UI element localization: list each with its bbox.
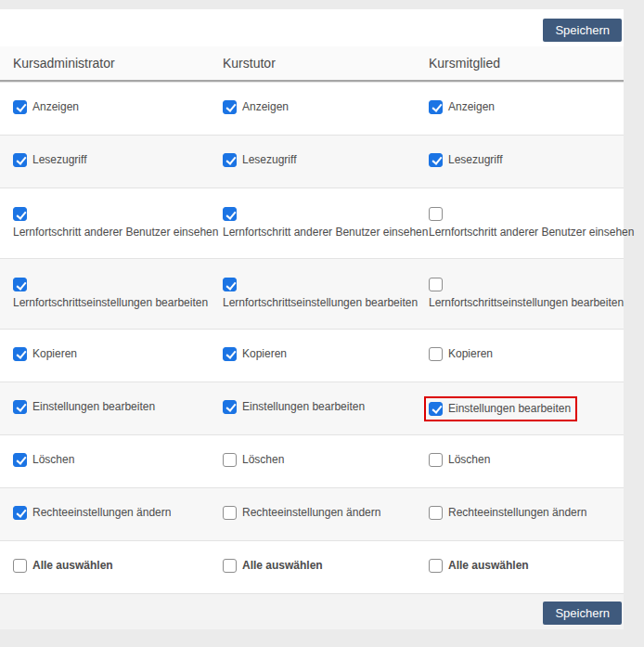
permission-checkbox[interactable] <box>223 153 237 167</box>
permission-label: Rechteeinstellungen ändern <box>448 506 586 520</box>
permission-cell: Löschen <box>0 453 210 471</box>
permission-cell: Kopieren <box>0 347 210 365</box>
select-all-checkbox[interactable] <box>13 559 27 573</box>
bottom-toolbar: Speichern <box>0 593 624 629</box>
permission-cell: Anzeigen <box>0 100 210 118</box>
permission-cell: Lernfortschritt anderer Benutzer einsehe… <box>210 207 416 239</box>
permission-checkbox[interactable] <box>429 100 443 114</box>
permission-cell: Einstellungen bearbeiten <box>210 400 416 418</box>
permission-label: Löschen <box>448 453 490 467</box>
select-all-checkbox[interactable] <box>223 559 237 573</box>
permission-cell: Lesezugriff <box>416 153 624 171</box>
permission-label: Rechteeinstellungen ändern <box>242 506 380 520</box>
table-row-lernfortschrittseinstellungen: Lernfortschrittseinstellungen bearbeiten… <box>0 258 624 329</box>
select-all-label: Alle auswählen <box>448 559 529 573</box>
permission-checkbox[interactable] <box>13 153 27 167</box>
permission-cell: Einstellungen bearbeiten <box>0 400 210 418</box>
permission-cell: Löschen <box>210 453 416 471</box>
permission-cell: Lernfortschritt anderer Benutzer einsehe… <box>0 207 210 239</box>
permission-label: Löschen <box>242 453 284 467</box>
permission-cell: Anzeigen <box>416 100 624 118</box>
permission-label: Lernfortschrittseinstellungen bearbeiten <box>223 296 418 310</box>
permission-cell: Lernfortschrittseinstellungen bearbeiten <box>210 278 416 310</box>
permission-cell: Rechteeinstellungen ändern <box>0 506 210 524</box>
permission-cell: Kopieren <box>210 347 416 365</box>
table-header-row: Kursadministrator Kurstutor Kursmitglied <box>0 46 624 82</box>
table-row-loeschen: Löschen Löschen Löschen <box>0 434 624 487</box>
permission-cell: Einstellungen bearbeiten <box>416 396 624 421</box>
save-button-bottom[interactable]: Speichern <box>543 602 622 625</box>
table-row-alle-auswaehlen: Alle auswählen Alle auswählen Alle auswä… <box>0 540 624 593</box>
permission-checkbox[interactable] <box>13 207 27 221</box>
permission-label: Kopieren <box>448 347 493 361</box>
permission-checkbox[interactable] <box>429 278 443 291</box>
select-all-cell: Alle auswählen <box>0 559 210 576</box>
table-row-kopieren: Kopieren Kopieren Kopieren <box>0 329 624 382</box>
permission-checkbox[interactable] <box>13 347 27 361</box>
table-row-einstellungen-bearbeiten: Einstellungen bearbeiten Einstellungen b… <box>0 382 624 434</box>
permission-checkbox[interactable] <box>429 453 443 467</box>
permission-label: Lesezugriff <box>242 153 296 167</box>
permission-checkbox[interactable] <box>223 506 237 520</box>
permission-label: Lesezugriff <box>448 153 502 167</box>
permission-cell: Lesezugriff <box>210 153 416 171</box>
permission-label: Lernfortschritt anderer Benutzer einsehe… <box>223 226 428 239</box>
column-header-kursmitglied: Kursmitglied <box>416 56 624 71</box>
permission-cell: Lernfortschrittseinstellungen bearbeiten <box>416 278 624 310</box>
permission-label: Lernfortschritt anderer Benutzer einsehe… <box>13 226 218 239</box>
permission-checkbox[interactable] <box>223 400 237 414</box>
permission-checkbox[interactable] <box>429 207 443 221</box>
save-button-top[interactable]: Speichern <box>543 19 622 42</box>
select-all-label: Alle auswählen <box>242 559 323 573</box>
permission-label: Kopieren <box>32 347 77 361</box>
permission-checkbox[interactable] <box>223 278 237 291</box>
permission-label: Löschen <box>32 453 74 467</box>
permission-label: Lernfortschrittseinstellungen bearbeiten <box>429 296 624 310</box>
permission-cell: Lesezugriff <box>0 153 210 171</box>
permission-cell: Lernfortschrittseinstellungen bearbeiten <box>0 278 210 310</box>
permission-label: Lernfortschritt anderer Benutzer einsehe… <box>429 226 634 239</box>
permission-checkbox[interactable] <box>223 207 237 221</box>
table-row-anzeigen: Anzeigen Anzeigen Anzeigen <box>0 82 624 135</box>
top-toolbar: Speichern <box>0 9 624 46</box>
permission-label: Lesezugriff <box>32 153 86 167</box>
permission-checkbox[interactable] <box>429 153 443 167</box>
permission-label: Einstellungen bearbeiten <box>242 400 365 414</box>
column-header-kurstutor: Kurstutor <box>210 56 416 71</box>
table-row-rechteeinstellungen: Rechteeinstellungen ändern Rechteeinstel… <box>0 487 624 540</box>
column-header-kursadministrator: Kursadministrator <box>0 56 210 71</box>
permission-cell: Lernfortschritt anderer Benutzer einsehe… <box>416 207 634 239</box>
select-all-checkbox[interactable] <box>429 559 443 573</box>
permission-label: Anzeigen <box>32 100 79 114</box>
permission-label: Anzeigen <box>448 100 495 114</box>
permission-checkbox[interactable] <box>223 347 237 361</box>
permission-checkbox[interactable] <box>13 400 27 414</box>
permission-label: Einstellungen bearbeiten <box>32 400 155 414</box>
permission-cell: Rechteeinstellungen ändern <box>210 506 416 524</box>
permission-cell: Rechteeinstellungen ändern <box>416 506 624 524</box>
permission-checkbox[interactable] <box>429 347 443 361</box>
table-row-lernfortschritt-einsehen: Lernfortschritt anderer Benutzer einsehe… <box>0 188 624 258</box>
permission-label: Anzeigen <box>242 100 289 114</box>
permission-checkbox[interactable] <box>223 453 237 467</box>
permission-label: Lernfortschrittseinstellungen bearbeiten <box>13 296 208 310</box>
permission-checkbox[interactable] <box>13 278 27 291</box>
permission-checkbox[interactable] <box>13 100 27 114</box>
table-row-lesezugriff: Lesezugriff Lesezugriff Lesezugriff <box>0 135 624 188</box>
highlight-box: Einstellungen bearbeiten <box>424 396 577 421</box>
permission-checkbox[interactable] <box>429 506 443 520</box>
select-all-cell: Alle auswählen <box>416 559 624 576</box>
permission-checkbox[interactable] <box>13 453 27 467</box>
permission-checkbox[interactable] <box>429 402 443 416</box>
permission-cell: Löschen <box>416 453 624 471</box>
permission-cell: Anzeigen <box>210 100 416 118</box>
select-all-label: Alle auswählen <box>32 559 113 573</box>
permission-label: Rechteeinstellungen ändern <box>32 506 171 520</box>
permissions-panel: Speichern Kursadministrator Kurstutor Ku… <box>0 9 624 629</box>
select-all-cell: Alle auswählen <box>210 559 416 576</box>
permission-checkbox[interactable] <box>13 506 27 520</box>
permission-label: Kopieren <box>242 347 287 361</box>
permission-checkbox[interactable] <box>223 100 237 114</box>
permission-label: Einstellungen bearbeiten <box>448 402 571 416</box>
permission-cell: Kopieren <box>416 347 624 365</box>
